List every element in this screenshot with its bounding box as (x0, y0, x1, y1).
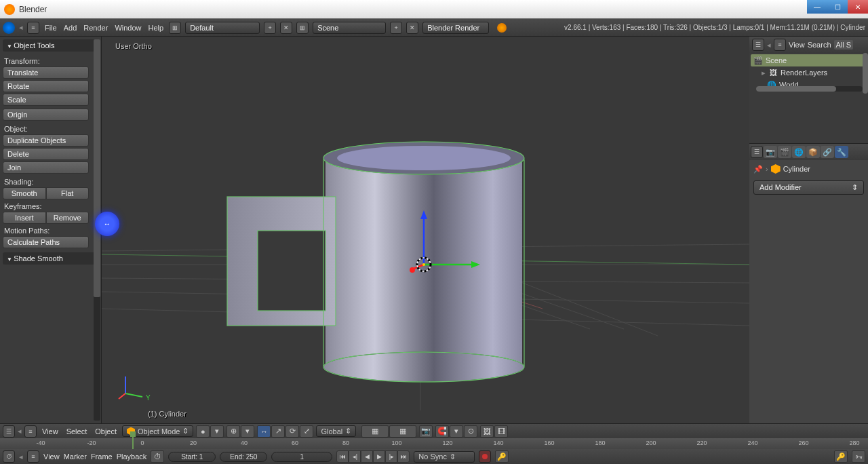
scale-button[interactable]: Scale (3, 94, 89, 106)
outliner-tree: 🎬 Scene ▸ 🖼 RenderLayers 🌐 World (749, 53, 868, 92)
close-button[interactable]: ✕ (848, 0, 868, 14)
duplicate-button[interactable]: Duplicate Objects (3, 134, 89, 147)
timeline-view-menu[interactable]: View (43, 452, 60, 461)
translate-button[interactable]: Translate (3, 66, 89, 79)
editor-type-icon[interactable] (3, 22, 15, 34)
layout-add-icon[interactable]: + (264, 22, 276, 34)
add-modifier-dropdown[interactable]: Add Modifier⇕ (753, 180, 864, 195)
scene-tab-icon[interactable]: 🎬 (778, 146, 791, 158)
collapse-menu-icon[interactable]: ≡ (27, 450, 39, 463)
orientation-dropdown[interactable]: Global⇕ (316, 425, 356, 437)
timeline-marker-menu[interactable]: Marker (64, 452, 87, 461)
render-opengl-anim-icon[interactable]: 🎞 (494, 425, 508, 438)
file-menu[interactable]: File (43, 24, 58, 32)
3d-viewport[interactable]: User Ortho (102, 37, 749, 423)
scene-dropdown[interactable]: Scene (313, 22, 386, 34)
svg-line-32 (125, 393, 142, 397)
translate-manipulator-icon[interactable]: ↗ (271, 425, 285, 438)
timeline-editor-icon[interactable]: ⏱ (3, 450, 15, 463)
outliner-search-menu[interactable]: Search (808, 41, 831, 49)
shading-solid-icon[interactable]: ● (196, 425, 210, 438)
delete-button[interactable]: Delete (3, 148, 89, 160)
screen-layout-dropdown[interactable]: Default (185, 22, 260, 34)
pivot-menu-icon[interactable]: ▾ (241, 425, 254, 438)
snap-type-icon[interactable]: ▾ (450, 425, 463, 438)
play-icon[interactable]: ▶ (373, 450, 385, 463)
constraints-tab-icon[interactable]: 🔗 (821, 146, 834, 158)
calculate-paths-button[interactable]: Calculate Paths (3, 236, 89, 248)
outliner-filter-dropdown[interactable]: All S (834, 40, 854, 50)
scale-manipulator-icon[interactable]: ⤢ (300, 425, 313, 438)
timeline-playhead[interactable] (132, 431, 134, 449)
pivot-icon[interactable]: ⊕ (226, 425, 240, 438)
scene-remove-icon[interactable]: ✕ (406, 22, 418, 34)
modifiers-tab-icon[interactable]: 🔧 (835, 146, 848, 158)
object-menu[interactable]: Object (92, 427, 119, 436)
use-preview-range-icon[interactable]: ⏱ (151, 450, 164, 463)
timeline-ruler[interactable]: -40-200204060801001201401601802002202402… (0, 438, 868, 449)
keying-set-icon[interactable]: 🔑 (495, 450, 509, 463)
keyframe-prev-icon[interactable]: ◂| (349, 450, 361, 463)
help-menu[interactable]: Help (147, 24, 165, 32)
auto-keyframe-icon[interactable] (479, 450, 491, 463)
object-tab-icon[interactable]: 📦 (806, 146, 820, 158)
outliner-editor-icon[interactable]: ☰ (752, 39, 764, 51)
outliner-menu-icon[interactable]: ≡ (774, 39, 786, 51)
render-opengl-icon[interactable]: 🖼 (480, 425, 494, 438)
render-engine-dropdown[interactable]: Blender Render (422, 22, 489, 34)
rotate-manipulator-icon[interactable]: ⟳ (285, 425, 299, 438)
join-button[interactable]: Join (3, 161, 89, 174)
layout-browse-icon[interactable]: ⊞ (169, 22, 181, 34)
outliner-hscrollbar[interactable] (756, 86, 863, 92)
window-menu[interactable]: Window (113, 24, 142, 32)
scene-browse-icon[interactable]: ⊞ (296, 22, 309, 34)
view-menu[interactable]: View (39, 427, 61, 436)
origin-button[interactable]: Origin (3, 109, 89, 121)
collapse-menu-icon[interactable]: ≡ (24, 425, 37, 438)
remove-keyframe-button[interactable]: Remove (46, 212, 90, 224)
minimize-button[interactable]: — (807, 0, 827, 14)
toolshelf-scrollbar-thumb[interactable] (94, 39, 100, 297)
manipulator-toggle-icon[interactable]: ↔ (257, 425, 271, 438)
outliner-vscrollbar[interactable] (863, 53, 868, 94)
scene-add-icon[interactable]: + (390, 22, 402, 34)
delete-keyframe-icon[interactable]: 🗝 (852, 450, 865, 463)
render-tab-icon[interactable]: 📷 (764, 146, 777, 158)
pin-icon[interactable]: 📌 (753, 165, 763, 174)
current-frame-field[interactable]: 1 (271, 452, 332, 462)
timeline-playback-menu[interactable]: Playback (117, 452, 147, 461)
add-menu[interactable]: Add (62, 24, 79, 32)
world-tab-icon[interactable]: 🌐 (792, 146, 806, 158)
rotate-button[interactable]: Rotate (3, 80, 89, 92)
object-tools-panel-header[interactable]: Object Tools (3, 39, 98, 52)
snap-target-icon[interactable]: ⊙ (464, 425, 477, 438)
outliner-item-scene[interactable]: 🎬 Scene (751, 54, 867, 66)
layers-group-2[interactable]: ▦ (389, 425, 416, 438)
start-frame-field[interactable]: Start: 1 (168, 452, 216, 462)
insert-keyframe-icon[interactable]: 🔑 (834, 450, 848, 463)
smooth-button[interactable]: Smooth (3, 187, 46, 199)
layout-remove-icon[interactable]: ✕ (280, 22, 292, 34)
collapse-menu-icon[interactable]: ≡ (27, 22, 39, 34)
end-frame-field[interactable]: End: 250 (220, 452, 267, 462)
maximize-button[interactable]: ☐ (827, 0, 848, 14)
sync-mode-dropdown[interactable]: No Sync⇕ (414, 451, 475, 463)
render-menu[interactable]: Render (82, 24, 109, 32)
insert-keyframe-button[interactable]: Insert (3, 212, 46, 224)
properties-editor-icon[interactable]: ☰ (751, 146, 763, 158)
svg-point-12 (337, 146, 511, 170)
select-menu[interactable]: Select (64, 427, 90, 436)
jump-end-icon[interactable]: ⏭ (397, 450, 410, 463)
snap-toggle-icon[interactable]: 🧲 (435, 425, 449, 438)
layers-group-1[interactable]: ▦ (361, 425, 389, 438)
play-reverse-icon[interactable]: ◀ (361, 450, 373, 463)
shading-menu-icon[interactable]: ▾ (210, 425, 224, 438)
timeline-frame-menu[interactable]: Frame (91, 452, 113, 461)
outliner-view-menu[interactable]: View (789, 41, 805, 49)
shade-smooth-panel-header[interactable]: Shade Smooth (3, 252, 98, 265)
outliner-item-renderlayers[interactable]: ▸ 🖼 RenderLayers (751, 66, 867, 79)
keyframe-next-icon[interactable]: |▸ (385, 450, 397, 463)
viewport-editor-icon[interactable]: ☰ (3, 425, 15, 438)
jump-start-icon[interactable]: ⏮ (336, 450, 349, 463)
flat-button[interactable]: Flat (46, 187, 90, 199)
